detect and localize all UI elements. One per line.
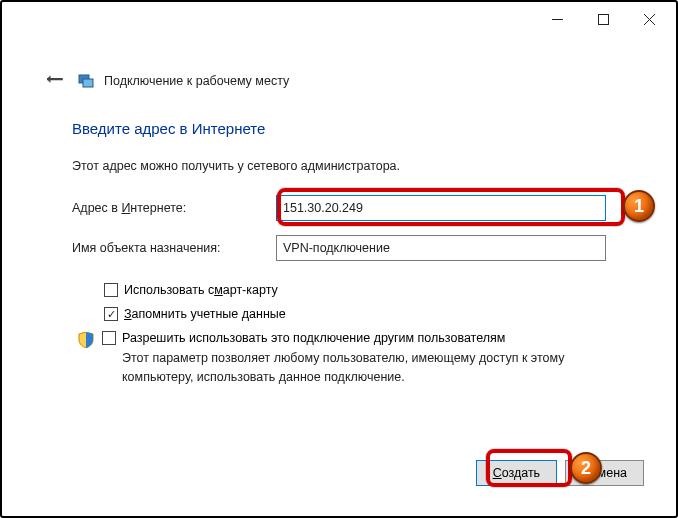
destination-label: Имя объекта назначения:	[72, 241, 276, 255]
titlebar	[2, 2, 676, 36]
destination-input[interactable]	[276, 235, 606, 261]
smartcard-checkbox[interactable]	[104, 283, 118, 297]
network-icon	[78, 73, 94, 89]
annotation-badge-2: 2	[570, 452, 602, 484]
shield-icon	[78, 332, 94, 348]
page-heading: Введите адрес в Интернете	[72, 120, 606, 137]
allow-others-checkbox[interactable]	[102, 331, 116, 345]
address-input[interactable]	[276, 195, 606, 221]
close-button[interactable]	[626, 4, 672, 34]
maximize-button[interactable]	[580, 4, 626, 34]
annotation-badge-1: 1	[623, 190, 655, 222]
svg-rect-1	[598, 14, 608, 24]
back-icon[interactable]: 🠔	[46, 70, 64, 91]
remember-checkbox[interactable]	[104, 307, 118, 321]
svg-rect-5	[83, 79, 93, 87]
page-subtext: Этот адрес можно получить у сетевого адм…	[72, 159, 606, 173]
smartcard-label: Использовать смарт-карту	[124, 283, 278, 297]
create-button[interactable]: Создать	[476, 460, 558, 486]
allow-others-help: Этот параметр позволяет любому пользоват…	[122, 349, 606, 387]
window-title: Подключение к рабочему месту	[104, 74, 289, 88]
minimize-button[interactable]	[534, 4, 580, 34]
remember-label: Запомнить учетные данные	[124, 307, 286, 321]
address-label: Адрес в Интернете:	[72, 201, 276, 215]
dialog-window: 🠔 Подключение к рабочему месту Введите а…	[0, 0, 678, 518]
allow-others-label: Разрешить использовать это подключение д…	[122, 331, 505, 345]
